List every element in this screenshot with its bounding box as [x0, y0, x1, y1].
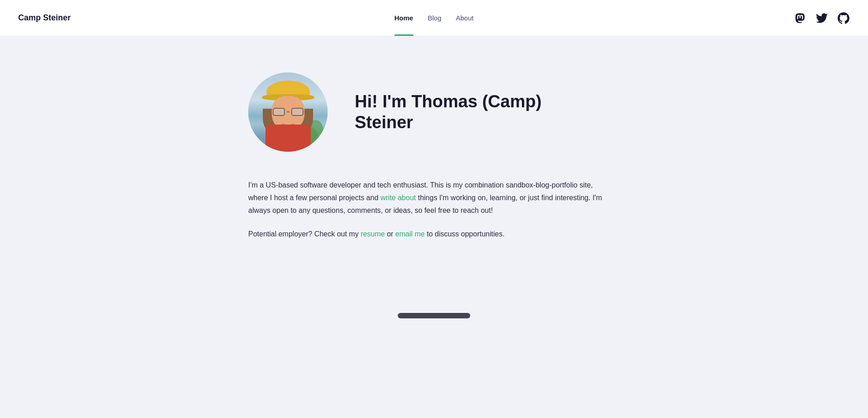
- mastodon-icon[interactable]: [794, 12, 806, 24]
- navbar: Camp Steiner Home Blog About: [0, 0, 868, 36]
- hero-section: Hi! I'm Thomas (Camp) Steiner: [248, 72, 620, 152]
- avatar-wrapper: [248, 72, 328, 152]
- write-about-link[interactable]: write about: [381, 194, 416, 202]
- github-icon[interactable]: [837, 12, 850, 24]
- hero-text: Hi! I'm Thomas (Camp) Steiner: [355, 91, 541, 133]
- bottom-button-hint[interactable]: [398, 313, 470, 318]
- brand-logo[interactable]: Camp Steiner: [18, 13, 71, 23]
- hero-heading: Hi! I'm Thomas (Camp) Steiner: [355, 91, 541, 133]
- bottom-cta-area: [248, 313, 620, 318]
- avatar: [248, 72, 328, 152]
- email-link[interactable]: email me: [395, 230, 425, 238]
- nav-link-blog[interactable]: Blog: [428, 0, 441, 36]
- nav-link-about[interactable]: About: [456, 0, 473, 36]
- main-content: Hi! I'm Thomas (Camp) Steiner I'm a US-b…: [230, 36, 638, 346]
- social-icons: [794, 12, 850, 24]
- employer-paragraph: Potential employer? Check out my resume …: [248, 228, 611, 240]
- bio-section: I'm a US-based software developer and te…: [248, 179, 611, 240]
- nav-link-home[interactable]: Home: [395, 0, 414, 36]
- twitter-icon[interactable]: [815, 12, 828, 24]
- bio-paragraph-1: I'm a US-based software developer and te…: [248, 179, 611, 217]
- nav-links: Home Blog About: [395, 0, 474, 36]
- resume-link[interactable]: resume: [361, 230, 385, 238]
